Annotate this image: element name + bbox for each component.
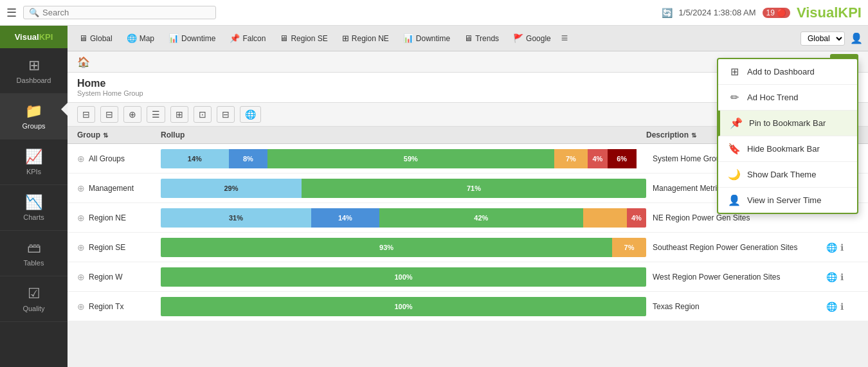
- add-button[interactable]: ⊕: [123, 106, 141, 123]
- tab-trends-label: Trends: [475, 34, 499, 43]
- dropdown-item-3[interactable]: 🔖Hide Bookmark Bar: [718, 136, 857, 162]
- globe-action-icon[interactable]: 🌐: [826, 301, 837, 312]
- tab-google[interactable]: 🚩 Google: [507, 31, 557, 46]
- rollup-bar-inner: 14%8%59%7%4%6%: [161, 149, 646, 168]
- bar-segment: 31%: [161, 208, 311, 228]
- rollup-bar-inner: 100%: [161, 267, 646, 287]
- sidebar-logo-text: VisualKPI: [15, 32, 53, 42]
- home-icon[interactable]: 🏠: [77, 56, 90, 68]
- dropdown-item-5[interactable]: 👤View in Server Time: [718, 188, 857, 213]
- dropdown-item-label: Pin to Bookmark Bar: [749, 118, 826, 128]
- sidebar-label-tables: Tables: [24, 259, 44, 267]
- sidebar-item-dashboard[interactable]: ⊞ Dashboard: [0, 48, 68, 94]
- tab-map[interactable]: 🌐 Map: [120, 31, 161, 46]
- top-bar-right: 🔄 1/5/2024 1:38:08 AM 19 🔴 VisualKPI: [662, 4, 862, 21]
- rollup-bar-inner: 100%: [161, 297, 646, 316]
- dropdown-menu: ⊞Add to Dashboard✏Ad Hoc Trend📌Pin to Bo…: [717, 58, 858, 214]
- table-row: ⊕Region Tx100%Texas Region🌐ℹ: [68, 292, 868, 321]
- dropdown-item-icon: ✏: [728, 91, 741, 103]
- tab-downtime[interactable]: 📊 Downtime: [162, 31, 222, 46]
- desc-cell-4: West Region Power Generation Sites: [646, 273, 826, 282]
- content-area: 🏠 ⚙ ▾ Home System Home Group ⊟ ⊟ ⊕ ☰ ⊞ ⊡…: [68, 51, 868, 367]
- dropdown-item-1[interactable]: ✏Ad Hoc Trend: [718, 85, 857, 111]
- sort-icon-group[interactable]: ⇅: [103, 132, 108, 139]
- top-bar: ☰ 🔍 🔄 1/5/2024 1:38:08 AM 19 🔴 VisualKPI: [0, 0, 868, 26]
- table-row: ⊕Region SE93%7%Southeast Region Power Ge…: [68, 233, 868, 262]
- quality-icon: ☑: [28, 285, 41, 302]
- dropdown-item-label: Ad Hoc Trend: [747, 93, 799, 102]
- tab-region-ne[interactable]: ⊞ Region NE: [336, 31, 395, 46]
- desc-cell-3: Southeast Region Power Generation Sites: [646, 243, 826, 252]
- bar-segment: 14%: [161, 149, 229, 168]
- group-icon: ⊕: [77, 183, 85, 193]
- tab-region-se-label: Region SE: [291, 34, 327, 43]
- globe-button[interactable]: 🌐: [240, 106, 261, 123]
- tab-trends[interactable]: 🖥 Trends: [458, 31, 505, 46]
- globe-action-icon[interactable]: 🌐: [826, 242, 837, 253]
- block-view-button[interactable]: ⊟: [217, 106, 235, 123]
- alert-badge[interactable]: 19 🔴: [763, 8, 790, 18]
- app-logo: VisualKPI: [797, 4, 862, 21]
- search-box[interactable]: 🔍: [23, 6, 216, 19]
- sidebar-item-charts[interactable]: 📉 Charts: [0, 185, 68, 231]
- sidebar-item-groups[interactable]: 📁 Groups: [0, 94, 68, 139]
- list-view-button[interactable]: ☰: [147, 106, 165, 123]
- rollup-bar-2: 31%14%42%4%: [161, 208, 646, 228]
- dropdown-item-icon: 🌙: [728, 168, 741, 181]
- sort-icon-desc[interactable]: ⇅: [691, 132, 696, 139]
- group-cell-0: ⊕All Groups: [77, 154, 161, 164]
- card-view-button[interactable]: ⊡: [194, 106, 212, 123]
- group-cell-1: ⊕Management: [77, 183, 161, 193]
- settings-button[interactable]: ⊟: [100, 106, 118, 123]
- info-action-icon[interactable]: ℹ: [840, 301, 844, 312]
- downtime2-tab-icon: 📊: [403, 33, 413, 43]
- rollup-bar-4: 100%: [161, 267, 646, 287]
- tab-region-se[interactable]: 🖥 Region SE: [273, 31, 334, 46]
- tables-icon: 🗃: [27, 240, 41, 256]
- grid-view-button[interactable]: ⊞: [170, 106, 188, 123]
- action-icons-3: 🌐ℹ: [826, 242, 858, 253]
- trends-tab-icon: 🖥: [464, 33, 473, 43]
- dropdown-item-icon: 👤: [728, 194, 741, 206]
- dropdown-item-2[interactable]: 📌Pin to Bookmark Bar: [718, 111, 857, 136]
- group-cell-2: ⊕Region NE: [77, 213, 161, 223]
- tab-falcon[interactable]: 📌 Falcon: [223, 31, 272, 46]
- info-action-icon[interactable]: ℹ: [840, 242, 844, 253]
- filter-button[interactable]: ⊟: [77, 106, 95, 123]
- group-name: Region NE: [89, 213, 126, 222]
- dropdown-item-0[interactable]: ⊞Add to Dashboard: [718, 59, 857, 85]
- bar-segment: 4%: [588, 149, 607, 168]
- info-action-icon[interactable]: ℹ: [840, 272, 844, 282]
- refresh-icon[interactable]: 🔄: [662, 8, 673, 18]
- google-tab-icon: 🚩: [513, 33, 523, 43]
- sidebar-item-tables[interactable]: 🗃 Tables: [0, 231, 68, 276]
- nav-right: Global 👤: [800, 31, 863, 46]
- search-input[interactable]: [42, 8, 210, 17]
- groups-icon: 📁: [25, 103, 42, 120]
- main-content: 🖥 Global 🌐 Map 📊 Downtime 📌 Falcon 🖥 Reg…: [68, 26, 868, 367]
- desc-cell-2: NE Region Power Gen Sites: [646, 213, 826, 222]
- hamburger-menu[interactable]: ☰: [6, 6, 17, 20]
- dashboard-icon: ⊞: [28, 57, 40, 74]
- nav-tabs-bar: 🖥 Global 🌐 Map 📊 Downtime 📌 Falcon 🖥 Reg…: [68, 26, 868, 51]
- globe-action-icon[interactable]: 🌐: [826, 272, 837, 282]
- tab-global[interactable]: 🖥 Global: [73, 31, 119, 46]
- sidebar-item-quality[interactable]: ☑ Quality: [0, 276, 68, 322]
- action-icons-4: 🌐ℹ: [826, 272, 858, 282]
- dropdown-item-4[interactable]: 🌙Show Dark Theme: [718, 162, 857, 188]
- sidebar-logo[interactable]: VisualKPI: [0, 26, 68, 48]
- sidebar-item-kpis[interactable]: 📈 KPIs: [0, 139, 68, 185]
- search-icon: 🔍: [29, 8, 39, 17]
- user-icon[interactable]: 👤: [850, 32, 863, 44]
- global-select[interactable]: Global: [800, 31, 845, 46]
- bar-segment: 93%: [161, 238, 612, 257]
- active-arrow: [61, 103, 68, 116]
- rollup-bar-3: 93%7%: [161, 238, 646, 257]
- col-group-label: Group: [77, 130, 100, 139]
- group-name: Region W: [89, 273, 123, 282]
- table-row: ⊕Region W100%West Region Power Generatio…: [68, 262, 868, 292]
- tab-downtime2[interactable]: 📊 Downtime: [397, 31, 457, 46]
- layout: VisualKPI ⊞ Dashboard 📁 Groups 📈 KPIs 📉 …: [0, 26, 868, 367]
- tabs-more-icon[interactable]: ≡: [561, 31, 568, 45]
- bar-segment: 59%: [267, 149, 554, 168]
